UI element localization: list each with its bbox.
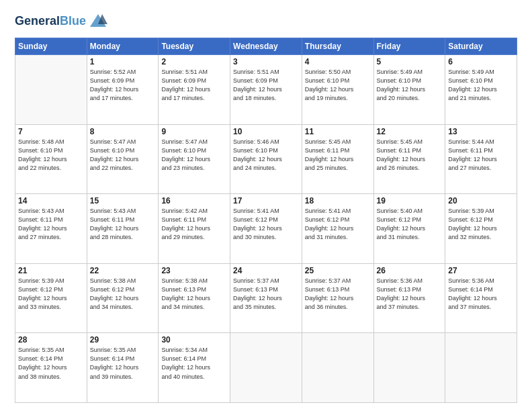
day-number: 19 — [377, 196, 443, 205]
calendar-cell: 25Sunrise: 5:37 AM Sunset: 6:13 PM Dayli… — [302, 263, 373, 333]
calendar-cell: 2Sunrise: 5:51 AM Sunset: 6:09 PM Daylig… — [159, 55, 230, 125]
calendar-cell: 12Sunrise: 5:45 AM Sunset: 6:11 PM Dayli… — [373, 124, 445, 194]
calendar-week-row: 7Sunrise: 5:48 AM Sunset: 6:10 PM Daylig… — [15, 124, 517, 194]
calendar-cell: 21Sunrise: 5:39 AM Sunset: 6:12 PM Dayli… — [15, 263, 87, 333]
day-info: Sunrise: 5:42 AM Sunset: 6:11 PM Dayligh… — [161, 207, 227, 242]
day-number: 13 — [448, 127, 514, 136]
weekday-header-saturday: Saturday — [445, 38, 517, 55]
calendar-cell — [373, 333, 445, 403]
calendar-cell: 10Sunrise: 5:46 AM Sunset: 6:10 PM Dayli… — [230, 124, 302, 194]
day-number: 8 — [90, 127, 156, 136]
day-number: 29 — [90, 335, 156, 345]
day-number: 7 — [18, 127, 84, 136]
calendar-table: SundayMondayTuesdayWednesdayThursdayFrid… — [15, 38, 517, 403]
calendar-cell: 30Sunrise: 5:34 AM Sunset: 6:14 PM Dayli… — [159, 333, 230, 403]
logo-icon — [89, 12, 107, 31]
day-info: Sunrise: 5:39 AM Sunset: 6:12 PM Dayligh… — [448, 207, 514, 242]
day-number: 22 — [90, 266, 156, 275]
day-info: Sunrise: 5:36 AM Sunset: 6:14 PM Dayligh… — [448, 277, 514, 312]
calendar-cell: 9Sunrise: 5:47 AM Sunset: 6:10 PM Daylig… — [159, 124, 230, 194]
day-info: Sunrise: 5:38 AM Sunset: 6:12 PM Dayligh… — [90, 277, 156, 312]
day-info: Sunrise: 5:34 AM Sunset: 6:14 PM Dayligh… — [161, 346, 227, 381]
day-number: 1 — [90, 57, 156, 66]
calendar-cell: 18Sunrise: 5:41 AM Sunset: 6:12 PM Dayli… — [302, 194, 373, 264]
weekday-header-monday: Monday — [87, 38, 159, 55]
day-number: 24 — [233, 266, 299, 275]
day-info: Sunrise: 5:46 AM Sunset: 6:10 PM Dayligh… — [233, 138, 299, 173]
calendar-cell: 22Sunrise: 5:38 AM Sunset: 6:12 PM Dayli… — [87, 263, 159, 333]
calendar-cell: 28Sunrise: 5:35 AM Sunset: 6:14 PM Dayli… — [15, 333, 87, 403]
calendar-cell: 11Sunrise: 5:45 AM Sunset: 6:11 PM Dayli… — [302, 124, 373, 194]
calendar-cell: 13Sunrise: 5:44 AM Sunset: 6:11 PM Dayli… — [445, 124, 517, 194]
day-number: 11 — [305, 127, 371, 136]
day-info: Sunrise: 5:43 AM Sunset: 6:11 PM Dayligh… — [90, 207, 156, 242]
day-info: Sunrise: 5:44 AM Sunset: 6:11 PM Dayligh… — [448, 138, 514, 173]
day-info: Sunrise: 5:45 AM Sunset: 6:11 PM Dayligh… — [377, 138, 443, 173]
page: GeneralBlue SundayMondayTuesdayWednesday… — [0, 0, 532, 411]
calendar-cell — [302, 333, 373, 403]
day-info: Sunrise: 5:40 AM Sunset: 6:12 PM Dayligh… — [377, 207, 443, 242]
calendar-cell: 20Sunrise: 5:39 AM Sunset: 6:12 PM Dayli… — [445, 194, 517, 264]
logo-text: GeneralBlue — [15, 15, 86, 28]
calendar-cell: 8Sunrise: 5:47 AM Sunset: 6:10 PM Daylig… — [87, 124, 159, 194]
day-info: Sunrise: 5:47 AM Sunset: 6:10 PM Dayligh… — [161, 138, 227, 173]
day-number: 17 — [233, 196, 299, 205]
day-number: 9 — [161, 127, 227, 136]
day-info: Sunrise: 5:35 AM Sunset: 6:14 PM Dayligh… — [90, 346, 156, 381]
calendar-cell — [445, 333, 517, 403]
day-info: Sunrise: 5:50 AM Sunset: 6:10 PM Dayligh… — [305, 68, 371, 103]
day-info: Sunrise: 5:52 AM Sunset: 6:09 PM Dayligh… — [90, 68, 156, 103]
day-info: Sunrise: 5:51 AM Sunset: 6:09 PM Dayligh… — [233, 68, 299, 103]
day-number: 28 — [18, 335, 84, 345]
calendar-cell: 5Sunrise: 5:49 AM Sunset: 6:10 PM Daylig… — [373, 55, 445, 125]
day-info: Sunrise: 5:49 AM Sunset: 6:10 PM Dayligh… — [448, 68, 514, 103]
calendar-cell: 16Sunrise: 5:42 AM Sunset: 6:11 PM Dayli… — [159, 194, 230, 264]
weekday-header-wednesday: Wednesday — [230, 38, 302, 55]
calendar-cell: 3Sunrise: 5:51 AM Sunset: 6:09 PM Daylig… — [230, 55, 302, 125]
day-number: 6 — [448, 57, 514, 66]
weekday-header-thursday: Thursday — [302, 38, 373, 55]
day-info: Sunrise: 5:37 AM Sunset: 6:13 PM Dayligh… — [233, 277, 299, 312]
day-info: Sunrise: 5:49 AM Sunset: 6:10 PM Dayligh… — [377, 68, 443, 103]
calendar-cell: 15Sunrise: 5:43 AM Sunset: 6:11 PM Dayli… — [87, 194, 159, 264]
day-info: Sunrise: 5:39 AM Sunset: 6:12 PM Dayligh… — [18, 277, 84, 312]
calendar-cell: 17Sunrise: 5:41 AM Sunset: 6:12 PM Dayli… — [230, 194, 302, 264]
calendar-cell: 4Sunrise: 5:50 AM Sunset: 6:10 PM Daylig… — [302, 55, 373, 125]
day-number: 26 — [377, 266, 443, 275]
calendar-cell — [230, 333, 302, 403]
day-number: 21 — [18, 266, 84, 275]
weekday-header-friday: Friday — [373, 38, 445, 55]
weekday-header-sunday: Sunday — [15, 38, 87, 55]
day-info: Sunrise: 5:45 AM Sunset: 6:11 PM Dayligh… — [305, 138, 371, 173]
day-info: Sunrise: 5:48 AM Sunset: 6:10 PM Dayligh… — [18, 138, 84, 173]
day-info: Sunrise: 5:47 AM Sunset: 6:10 PM Dayligh… — [90, 138, 156, 173]
day-number: 12 — [377, 127, 443, 136]
calendar-cell: 7Sunrise: 5:48 AM Sunset: 6:10 PM Daylig… — [15, 124, 87, 194]
weekday-header-row: SundayMondayTuesdayWednesdayThursdayFrid… — [15, 38, 517, 55]
calendar-cell: 29Sunrise: 5:35 AM Sunset: 6:14 PM Dayli… — [87, 333, 159, 403]
day-number: 3 — [233, 57, 299, 66]
calendar-cell: 26Sunrise: 5:36 AM Sunset: 6:13 PM Dayli… — [373, 263, 445, 333]
day-number: 15 — [90, 196, 156, 205]
calendar-cell: 27Sunrise: 5:36 AM Sunset: 6:14 PM Dayli… — [445, 263, 517, 333]
calendar-cell: 19Sunrise: 5:40 AM Sunset: 6:12 PM Dayli… — [373, 194, 445, 264]
day-info: Sunrise: 5:37 AM Sunset: 6:13 PM Dayligh… — [305, 277, 371, 312]
day-number: 10 — [233, 127, 299, 136]
day-number: 23 — [161, 266, 227, 275]
day-number: 20 — [448, 196, 514, 205]
day-info: Sunrise: 5:41 AM Sunset: 6:12 PM Dayligh… — [305, 207, 371, 242]
day-number: 18 — [305, 196, 371, 205]
calendar-cell: 14Sunrise: 5:43 AM Sunset: 6:11 PM Dayli… — [15, 194, 87, 264]
day-number: 27 — [448, 266, 514, 275]
calendar-week-row: 28Sunrise: 5:35 AM Sunset: 6:14 PM Dayli… — [15, 333, 517, 403]
day-number: 14 — [18, 196, 84, 205]
logo: GeneralBlue — [15, 12, 107, 31]
day-number: 16 — [161, 196, 227, 205]
day-info: Sunrise: 5:41 AM Sunset: 6:12 PM Dayligh… — [233, 207, 299, 242]
header: GeneralBlue — [15, 12, 517, 31]
day-number: 2 — [161, 57, 227, 66]
day-info: Sunrise: 5:36 AM Sunset: 6:13 PM Dayligh… — [377, 277, 443, 312]
day-info: Sunrise: 5:38 AM Sunset: 6:13 PM Dayligh… — [161, 277, 227, 312]
day-number: 30 — [161, 335, 227, 345]
weekday-header-tuesday: Tuesday — [159, 38, 230, 55]
